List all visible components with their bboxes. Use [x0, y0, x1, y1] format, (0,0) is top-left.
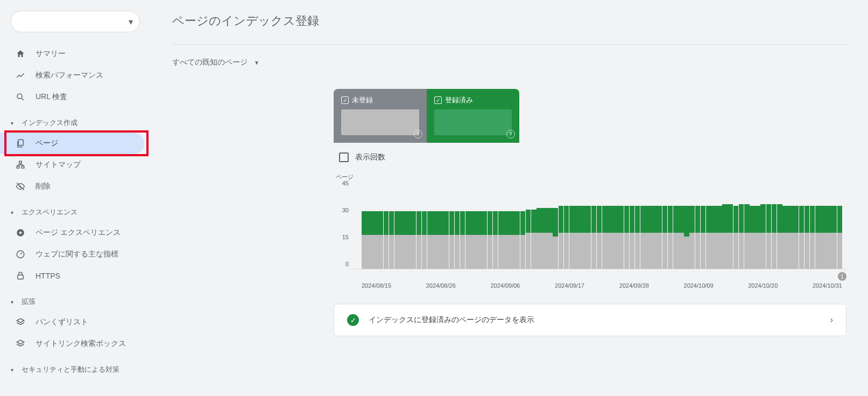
bar — [788, 206, 793, 269]
bar — [372, 211, 378, 269]
bar — [537, 208, 542, 269]
bar — [569, 206, 575, 269]
bar — [526, 210, 531, 269]
chevron-down-icon: ▾ — [11, 367, 18, 373]
bar — [651, 206, 657, 269]
bar — [826, 206, 831, 269]
chart-y-label: ページ — [336, 173, 846, 181]
x-axis: 2024/08/152024/08/262024/09/062024/09/17… — [362, 282, 842, 289]
bar — [488, 211, 493, 269]
chevron-down-icon: ▾ — [11, 120, 18, 126]
bar — [722, 204, 728, 269]
x-tick: 2024/08/15 — [362, 282, 391, 289]
checkbox-icon: ✓ — [341, 96, 349, 104]
sidebar-section-label: 拡張 — [22, 297, 36, 307]
bar — [750, 206, 755, 269]
trending-icon — [15, 70, 26, 81]
y-tick: 15 — [342, 234, 349, 240]
x-tick: 2024/09/28 — [619, 282, 649, 289]
event-marker[interactable]: 1 — [838, 272, 846, 281]
bar — [564, 206, 569, 269]
bar — [438, 211, 443, 269]
sidebar-item-https[interactable]: HTTPS — [0, 265, 144, 287]
layers-icon — [15, 338, 26, 349]
indexed-pages-card[interactable]: ✓ インデックスに登録済みのページのデータを表示 › — [334, 304, 846, 336]
bar — [739, 204, 744, 269]
svg-rect-4 — [22, 166, 24, 168]
property-selector[interactable]: ▾ — [11, 11, 140, 32]
sidebar-item-performance[interactable]: 検索パフォーマンス — [0, 65, 144, 86]
gauge-icon — [15, 249, 26, 260]
sidebar-section-experience[interactable]: ▾ エクスペリエンス — [0, 203, 151, 222]
sidebar-section-indexing[interactable]: ▾ インデックス作成 — [0, 113, 151, 133]
chart: ページ 0153045 1 2024/08/152024/08/262024/0… — [334, 173, 846, 289]
x-tick: 2024/09/06 — [490, 282, 520, 289]
tab-indexed[interactable]: ✓ 登録済み ? — [427, 89, 520, 143]
sidebar-item-label: サイトリンク検索ボックス — [36, 339, 126, 349]
bar — [608, 206, 613, 269]
x-tick: 2024/10/20 — [748, 282, 778, 289]
bar — [482, 211, 487, 269]
bar — [433, 211, 438, 269]
help-icon[interactable]: ? — [506, 130, 515, 138]
chart-plot: 1 — [352, 183, 846, 269]
x-tick: 2024/10/09 — [684, 282, 714, 289]
bar — [793, 206, 799, 269]
sidebar-item-page-experience[interactable]: ページ エクスペリエンス — [0, 222, 144, 244]
impressions-toggle[interactable]: 表示回数 — [334, 152, 846, 162]
bar — [591, 206, 597, 269]
lock-icon — [15, 270, 26, 281]
sidebar-section-enhance[interactable]: ▾ 拡張 — [0, 292, 151, 311]
chevron-right-icon: › — [830, 315, 833, 325]
bar — [378, 211, 383, 269]
sidebar-item-removals[interactable]: 削除 — [0, 176, 144, 197]
bar — [411, 211, 416, 269]
bar — [602, 206, 608, 269]
bar — [777, 204, 782, 269]
bar — [471, 211, 476, 269]
sidebar-item-summary[interactable]: サマリー — [0, 43, 144, 65]
bar — [514, 211, 520, 269]
sidebar-item-label: 検索パフォーマンス — [36, 71, 103, 80]
sidebar-item-url-inspect[interactable]: URL 検査 — [0, 86, 144, 108]
y-axis: 0153045 — [334, 183, 352, 269]
bar — [799, 206, 805, 269]
y-tick: 0 — [345, 261, 349, 267]
svg-rect-7 — [18, 275, 24, 280]
bar — [772, 204, 777, 269]
sidebar-section-security[interactable]: ▾ セキュリティと手動による対策 — [0, 360, 151, 379]
bar — [405, 211, 411, 269]
tab-not-indexed[interactable]: ✓ 未登録 ? — [334, 89, 427, 143]
chevron-down-icon: ▼ — [254, 60, 259, 66]
sidebar-item-sitelinks[interactable]: サイトリンク検索ボックス — [0, 333, 144, 355]
filter-label: すべての既知のページ — [172, 58, 248, 67]
bar — [679, 206, 684, 269]
bar — [460, 211, 465, 269]
bar — [646, 206, 651, 269]
filter-dropdown[interactable]: すべての既知のページ ▼ — [172, 58, 846, 67]
plus-circle-icon — [15, 227, 26, 238]
bar — [575, 206, 580, 269]
bar — [733, 206, 739, 269]
bar — [559, 206, 564, 269]
bar — [684, 206, 689, 269]
help-icon[interactable]: ? — [414, 130, 422, 138]
bar — [498, 211, 504, 269]
bar — [400, 211, 405, 269]
sidebar-item-breadcrumbs[interactable]: パンくずリスト — [0, 311, 144, 333]
search-icon — [15, 92, 26, 102]
sidebar-item-core-web-vitals[interactable]: ウェブに関する主な指標 — [0, 244, 144, 265]
bar — [706, 206, 711, 269]
sidebar-section-label: セキュリティと手動による対策 — [22, 365, 119, 374]
bar — [493, 211, 498, 269]
svg-rect-1 — [18, 140, 23, 145]
sidebar-item-sitemaps[interactable]: サイトマップ — [0, 154, 144, 176]
bar — [427, 211, 433, 269]
bar — [504, 211, 509, 269]
bar — [624, 206, 630, 269]
bar — [618, 206, 624, 269]
bar — [509, 211, 514, 269]
sidebar-item-pages[interactable]: ページ — [0, 133, 144, 154]
x-tick: 2024/10/31 — [813, 282, 842, 289]
x-tick: 2024/09/17 — [555, 282, 584, 289]
